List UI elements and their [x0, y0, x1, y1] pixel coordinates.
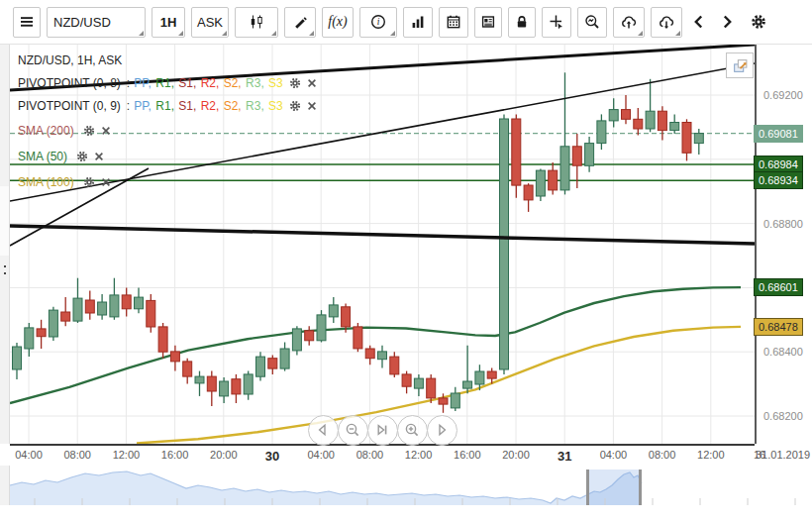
- next-button[interactable]: [716, 7, 738, 38]
- hamburger-icon: [19, 14, 35, 30]
- lock-icon: [514, 14, 530, 30]
- chart-window: NZD/USD1HASKf(x)i NZD/USD, 1H, ASK PIVOT…: [0, 0, 812, 522]
- navigator-selection[interactable]: [588, 470, 640, 505]
- navigator-handle-left[interactable]: [586, 470, 589, 505]
- time-axis-day-label: 30: [265, 449, 279, 464]
- indicator-remove-icon[interactable]: [306, 77, 318, 89]
- load-cloud-button[interactable]: [651, 7, 682, 38]
- zoom-in-button[interactable]: [397, 415, 428, 446]
- save-cloud-button[interactable]: [613, 7, 645, 38]
- price-side-select-label: ASK: [191, 15, 229, 30]
- indicator-name: SMA (100): [18, 175, 74, 189]
- crosshair-button[interactable]: [542, 7, 571, 38]
- pan-right-button[interactable]: [427, 415, 457, 446]
- time-axis-label: 08:00: [649, 449, 676, 461]
- settings-button[interactable]: [744, 7, 773, 38]
- left-scrollbar-thumb[interactable]: [0, 186, 9, 256]
- legend-row-sma-100: SMA (100): [18, 174, 112, 190]
- time-axis-label: 08:00: [63, 449, 91, 461]
- indicator-settings-gear-icon[interactable]: [289, 100, 301, 112]
- skip-end-icon: [374, 422, 390, 438]
- legend-separator: :: [127, 76, 130, 90]
- symbol-select[interactable]: NZD/USD: [47, 7, 146, 38]
- range-navigator[interactable]: [0, 470, 812, 507]
- price-badge: 0.68478: [754, 318, 803, 336]
- indicator-name: SMA (200): [18, 124, 74, 138]
- splitter-dot: [4, 265, 6, 267]
- price-axis-label: 0.68400: [763, 346, 803, 358]
- pivot-series-label: R2,: [201, 99, 223, 113]
- time-axis-label: 20:00: [502, 449, 530, 461]
- time-axis-date-label: 31.01.2019: [756, 449, 810, 461]
- indicator-settings-gear-icon[interactable]: [83, 176, 95, 188]
- pivot-series-label: PP,: [134, 76, 154, 90]
- functions-button-label: f(x): [322, 14, 353, 30]
- tri-left-icon: [315, 422, 331, 438]
- indicator-settings-gear-icon[interactable]: [83, 125, 95, 137]
- zoom-search-button[interactable]: [577, 7, 607, 38]
- price-badge: 0.68601: [754, 278, 803, 296]
- functions-button[interactable]: f(x): [322, 7, 354, 38]
- time-axis[interactable]: 04:0008:0012:0016:0020:003004:0008:0012:…: [0, 444, 812, 466]
- time-axis-label: 04:00: [307, 449, 335, 461]
- pivot-series-label: S1,: [178, 99, 199, 113]
- prev-button[interactable]: [688, 7, 710, 38]
- symbol-select-label: NZD/USD: [48, 15, 145, 30]
- splitter-dot: [4, 272, 6, 274]
- lock-button[interactable]: [508, 7, 536, 38]
- chevron-left-icon: [691, 14, 707, 30]
- navigator-handle-right[interactable]: [639, 470, 642, 505]
- draw-tools-button[interactable]: [284, 7, 316, 38]
- pencil-icon: [292, 14, 308, 30]
- price-badge: 0.69081: [754, 125, 803, 143]
- dropdown-corner-icon: [638, 31, 643, 36]
- zoom-out-button[interactable]: [338, 415, 368, 446]
- indicator-remove-icon[interactable]: [100, 176, 112, 188]
- left-scrollbar[interactable]: [0, 45, 10, 505]
- sma-50-line: [10, 287, 741, 403]
- chevron-right-icon: [719, 14, 735, 30]
- dropdown-corner-icon: [222, 31, 227, 36]
- time-axis-label: 20:00: [210, 449, 238, 461]
- pivot-series-label: R3,: [246, 99, 267, 113]
- chart-type-button[interactable]: [235, 7, 278, 38]
- info-button[interactable]: i: [359, 7, 397, 38]
- time-axis-label: 04:00: [15, 449, 43, 461]
- legend-separator: :: [127, 99, 130, 113]
- price-axis-label: 0.68800: [763, 218, 803, 230]
- legend-row-sma-50: SMA (50): [18, 149, 105, 164]
- svg-text:i: i: [377, 17, 380, 27]
- volume-bars-button[interactable]: [403, 7, 433, 38]
- interval-select[interactable]: 1H: [152, 7, 185, 38]
- popout-icon: [732, 57, 749, 74]
- crosshair-icon: [549, 14, 564, 30]
- indicator-remove-icon[interactable]: [93, 151, 105, 162]
- pivot-series-label: S2,: [224, 76, 245, 90]
- calendar-button[interactable]: [439, 7, 468, 38]
- pivot-level-lines: [10, 164, 755, 180]
- indicator-remove-icon[interactable]: [100, 125, 112, 137]
- time-axis-label: 04:00: [600, 449, 628, 461]
- tri-right-icon: [434, 422, 450, 438]
- popout-button[interactable]: [726, 52, 754, 78]
- indicator-remove-icon[interactable]: [306, 100, 318, 112]
- pivot-series-label: S3: [268, 99, 283, 113]
- indicator-settings-gear-icon[interactable]: [289, 77, 301, 89]
- price-side-select[interactable]: ASK: [191, 7, 229, 38]
- dropdown-corner-icon: [139, 31, 144, 36]
- candles-icon: [249, 14, 264, 30]
- price-axis[interactable]: 0.692000.690000.688000.686000.684000.682…: [755, 45, 812, 444]
- legend-title-row: NZD/USD, 1H, ASK: [18, 52, 122, 68]
- gear-icon: [751, 14, 766, 30]
- menu-button[interactable]: [13, 7, 41, 38]
- dropdown-corner-icon: [390, 31, 395, 36]
- calendar-icon: [446, 14, 461, 30]
- pivot-series-label: R1,: [155, 76, 177, 90]
- news-button[interactable]: [474, 7, 502, 38]
- go-to-end-button[interactable]: [367, 415, 398, 446]
- indicator-settings-gear-icon[interactable]: [76, 151, 88, 162]
- pan-left-button[interactable]: [308, 415, 339, 446]
- time-axis-label: 16:00: [161, 449, 189, 461]
- time-axis-label: 16:00: [454, 449, 481, 461]
- time-axis-label: 12:00: [697, 449, 725, 461]
